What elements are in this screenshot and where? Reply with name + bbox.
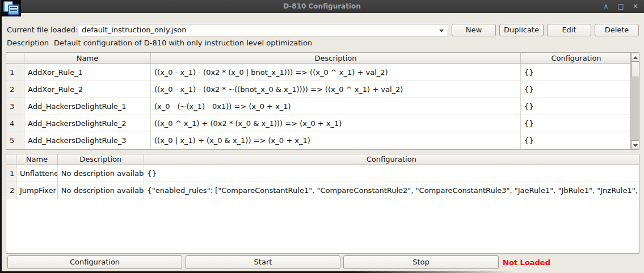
cell-desc: ((x_0 ^ x_1) + (0x2 * (x_0 & x_1))) => (… [151,115,521,132]
close-icon[interactable]: ✕ [632,0,639,13]
cell-num: 1 [6,165,16,182]
cell-name: Add_HackersDelightRule_1 [24,98,151,115]
rules-table: Name Description Configuration 1AddXor_R… [6,52,639,150]
table-row[interactable]: 3Add_HackersDelightRule_1(x_0 - (~(x_1) … [6,98,639,115]
cell-conf: {} [521,81,632,98]
processors-table-body: 1UnflattenerNo description available{}2J… [6,165,639,199]
cell-conf: {} [521,98,632,115]
cell-num: 2 [6,81,24,98]
stop-button[interactable]: Stop [343,255,499,269]
table-row[interactable]: 1AddXor_Rule_1((x_0 - x_1) - (0x2 * (x_0… [6,64,639,81]
rules-table-body: 1AddXor_Rule_1((x_0 - x_1) - (0x2 * (x_0… [6,64,639,149]
document-window-icon [8,5,19,15]
processors-table: Name Description Configuration 1Unflatte… [6,154,639,254]
cell-num: 3 [6,98,24,115]
cell-desc: ((x_0 | x_1) + (x_0 & x_1)) => (x_0 + x_… [151,132,521,149]
corner-header [6,53,24,64]
delete-button[interactable]: Delete [595,24,639,36]
cell-desc: ((x_0 - x_1) - (0x2 * (x_0 | bnot_x_1)))… [151,64,521,81]
cell-name: JumpFixer [16,182,58,199]
cell-desc: ((x_0 - x_1) - (0x2 * ~((bnot_x_0 & x_1)… [151,81,521,98]
current-file-label: Current file loaded: [7,24,78,36]
processors-header-description[interactable]: Description [58,154,144,165]
title-bar[interactable]: D-810 Configuration ∧ □ ✕ [0,0,644,13]
cell-name: Unflattener [16,165,58,182]
configuration-button[interactable]: Configuration [7,255,182,269]
window-controls: ∧ □ ✕ [602,0,639,13]
cell-desc: (x_0 - (~(x_1) - 0x1)) => (x_0 + x_1) [151,98,521,115]
scroll-up-icon[interactable] [631,53,639,62]
cell-num: 4 [6,115,24,132]
app-icon [1,0,21,16]
d810-configuration-window: D-810 Configuration ∧ □ ✕ Current file l… [0,0,644,273]
maximize-icon[interactable]: □ [617,0,625,13]
table-row[interactable]: 2JumpFixerNo description available{"enab… [6,182,639,199]
scroll-down-icon[interactable] [631,140,639,149]
rules-header-configuration[interactable]: Configuration [521,53,632,64]
config-file-dropdown-value: default_instruction_only.json [82,26,186,34]
description-text: Default configuration of D-810 with only… [54,39,312,47]
cell-conf: {} [144,165,639,182]
duplicate-button[interactable]: Duplicate [499,24,544,36]
description-label: Description [7,39,49,47]
processors-header-configuration[interactable]: Configuration [144,154,639,165]
scrollbar-thumb[interactable] [631,61,639,77]
cell-desc: No description available [58,182,144,199]
cell-name: Add_HackersDelightRule_2 [24,115,151,132]
cell-conf: {} [521,115,632,132]
rules-table-scrollbar[interactable] [630,53,639,149]
edit-button[interactable]: Edit [547,24,591,36]
cell-desc: No description available [58,165,144,182]
rules-header-name[interactable]: Name [24,53,151,64]
cell-conf: {"enabled_rules": ["CompareConstantRule1… [144,182,639,199]
rules-table-partial-row [6,149,639,150]
cell-name: Add_HackersDelightRule_3 [24,132,151,149]
status-badge: Not Loaded [503,258,550,267]
cell-num: 5 [6,132,24,149]
table-row[interactable]: 1UnflattenerNo description available{} [6,165,639,182]
processors-table-header: Name Description Configuration [6,154,639,165]
table-row[interactable]: 4Add_HackersDelightRule_2((x_0 ^ x_1) + … [6,115,639,132]
cell-name: AddXor_Rule_1 [24,64,151,81]
rules-table-header: Name Description Configuration [6,53,639,64]
table-row[interactable]: 2AddXor_Rule_2((x_0 - x_1) - (0x2 * ~((b… [6,81,639,98]
description-line: DescriptionDefault configuration of D-81… [7,39,312,47]
shade-icon[interactable]: ∧ [602,0,610,13]
table-row[interactable]: 5Add_HackersDelightRule_3((x_0 | x_1) + … [6,132,639,149]
cell-conf: {} [521,64,632,81]
processors-header-name[interactable]: Name [16,154,58,165]
new-button[interactable]: New [452,24,496,36]
config-file-dropdown[interactable]: default_instruction_only.json [78,24,448,36]
cell-num: 2 [6,182,16,199]
cell-conf: {} [521,132,632,149]
rules-header-description[interactable]: Description [151,53,521,64]
cell-name: AddXor_Rule_2 [24,81,151,98]
chevron-down-icon [439,30,444,32]
window-left-border [0,13,2,273]
window-title: D-810 Configuration [0,0,644,13]
start-button[interactable]: Start [186,255,340,269]
corner-header [6,154,16,165]
cell-num: 1 [6,64,24,81]
